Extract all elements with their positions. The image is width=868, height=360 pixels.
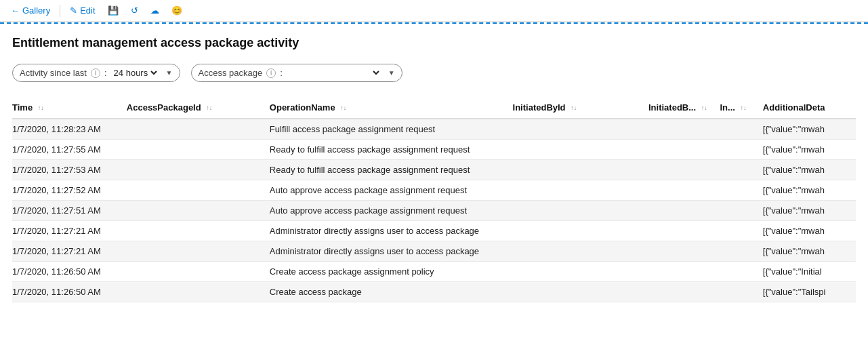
cell-initby (648, 241, 720, 262)
cell-apkgid (127, 262, 270, 282)
emoji-icon: 😊 (171, 5, 182, 16)
col-initby-label: InitiatedB... (648, 102, 696, 113)
col-apkgid-label: AccessPackageId (127, 102, 201, 113)
back-arrow-icon: ← (11, 5, 20, 16)
filters-bar: Activity since last i : 24 hours 1 hour … (12, 64, 856, 82)
cell-initby (648, 221, 720, 241)
activity-filter-label: Activity since last (20, 68, 87, 78)
col-header-opname[interactable]: OperationName ↑↓ (270, 97, 513, 119)
cloud-icon: ☁ (150, 5, 159, 16)
cell-opname: Auto approve access package assignment r… (270, 201, 513, 221)
package-filter-group: Access package i : ▼ (191, 64, 402, 82)
cell-addldata: [{"value":"Initial (763, 262, 856, 282)
col-header-initby[interactable]: InitiatedB... ↑↓ (648, 97, 720, 119)
main-content: Entitlement management access package ac… (0, 24, 868, 311)
package-filter-label: Access package (199, 68, 263, 78)
cell-initby (648, 262, 720, 282)
activity-filter-group: Activity since last i : 24 hours 1 hour … (12, 64, 180, 82)
cell-initbyid (513, 201, 648, 221)
activity-info-icon: i (91, 68, 100, 78)
col-header-apkgid[interactable]: AccessPackageId ↑↓ (127, 97, 270, 119)
package-select[interactable] (287, 67, 381, 79)
cell-in (720, 160, 763, 180)
table-row[interactable]: 1/7/2020, 11:26:50 AMCreate access packa… (12, 282, 856, 302)
cell-addldata: [{"value":"mwah (763, 119, 856, 140)
col-opname-label: OperationName (270, 102, 335, 113)
cell-in (720, 180, 763, 201)
cell-opname: Administrator directly assigns user to a… (270, 221, 513, 241)
cell-initbyid (513, 241, 648, 262)
cell-initby (648, 119, 720, 140)
table-header-row: Time ↑↓ AccessPackageId ↑↓ OperationName… (12, 97, 856, 119)
table-row[interactable]: 1/7/2020, 11:26:50 AMCreate access packa… (12, 262, 856, 282)
table-row[interactable]: 1/7/2020, 11:27:21 AMAdministrator direc… (12, 221, 856, 241)
cell-apkgid (127, 160, 270, 180)
table-row[interactable]: 1/7/2020, 11:27:51 AMAuto approve access… (12, 201, 856, 221)
cell-in (720, 201, 763, 221)
table-row[interactable]: 1/7/2020, 11:27:53 AMReady to fulfill ac… (12, 160, 856, 180)
cell-initby (648, 180, 720, 201)
cell-time: 1/7/2020, 11:27:51 AM (12, 201, 127, 221)
col-header-initbyid[interactable]: InitiatedById ↑↓ (513, 97, 648, 119)
emoji-button[interactable]: 😊 (169, 4, 185, 17)
edit-icon: ✎ (70, 5, 77, 16)
cell-in (720, 262, 763, 282)
cell-opname: Create access package assignment policy (270, 262, 513, 282)
cell-initby (648, 282, 720, 302)
col-in-label: In... (720, 102, 735, 113)
package-colon: : (280, 68, 283, 78)
cell-time: 1/7/2020, 11:28:23 AM (12, 119, 127, 140)
table-row[interactable]: 1/7/2020, 11:27:21 AMAdministrator direc… (12, 241, 856, 262)
col-header-addldata: AdditionalDeta (763, 97, 856, 119)
cell-initby (648, 201, 720, 221)
edit-button[interactable]: ✎ Edit (67, 4, 98, 17)
table-header: Time ↑↓ AccessPackageId ↑↓ OperationName… (12, 97, 856, 119)
cell-addldata: [{"value":"mwah (763, 180, 856, 201)
col-addldata-label: AdditionalDeta (763, 102, 825, 113)
data-table: Time ↑↓ AccessPackageId ↑↓ OperationName… (12, 97, 856, 302)
activity-select[interactable]: 24 hours 1 hour 4 hours 12 hours 7 days … (111, 67, 159, 79)
cell-time: 1/7/2020, 11:27:53 AM (12, 160, 127, 180)
refresh-icon: ↺ (131, 5, 138, 16)
sort-icon-in: ↑↓ (741, 105, 747, 111)
cell-time: 1/7/2020, 11:27:21 AM (12, 241, 127, 262)
cell-opname: Fulfill access package assignment reques… (270, 119, 513, 140)
cell-initbyid (513, 221, 648, 241)
cell-opname: Ready to fulfill access package assignme… (270, 160, 513, 180)
table-row[interactable]: 1/7/2020, 11:28:23 AMFulfill access pack… (12, 119, 856, 140)
package-dropdown-icon: ▼ (388, 69, 395, 77)
toolbar-separator-1 (60, 5, 60, 17)
save-button[interactable]: 💾 (105, 4, 121, 17)
cell-in (720, 221, 763, 241)
table-row[interactable]: 1/7/2020, 11:27:55 AMReady to fulfill ac… (12, 140, 856, 160)
cell-opname: Ready to fulfill access package assignme… (270, 140, 513, 160)
sort-icon-initby: ↑↓ (701, 105, 707, 111)
back-gallery-button[interactable]: ← Gallery (8, 4, 53, 17)
cell-time: 1/7/2020, 11:27:55 AM (12, 140, 127, 160)
cell-time: 1/7/2020, 11:27:21 AM (12, 221, 127, 241)
cell-apkgid (127, 201, 270, 221)
cell-in (720, 119, 763, 140)
cell-addldata: [{"value":"Tailspi (763, 282, 856, 302)
table-row[interactable]: 1/7/2020, 11:27:52 AMAuto approve access… (12, 180, 856, 201)
cell-addldata: [{"value":"mwah (763, 140, 856, 160)
cell-initbyid (513, 282, 648, 302)
col-header-in[interactable]: In... ↑↓ (720, 97, 763, 119)
cell-apkgid (127, 241, 270, 262)
sort-icon-initbyid: ↑↓ (571, 105, 577, 111)
save-icon: 💾 (108, 5, 119, 16)
col-time-label: Time (12, 102, 33, 113)
toolbar-left: ← Gallery ✎ Edit 💾 ↺ ☁ 😊 (8, 4, 185, 17)
col-header-time[interactable]: Time ↑↓ (12, 97, 127, 119)
gallery-label: Gallery (22, 5, 50, 16)
cell-opname: Auto approve access package assignment r… (270, 180, 513, 201)
cloud-button[interactable]: ☁ (148, 4, 162, 17)
cell-opname: Create access package (270, 282, 513, 302)
table-body: 1/7/2020, 11:28:23 AMFulfill access pack… (12, 119, 856, 302)
refresh-button[interactable]: ↺ (128, 4, 141, 17)
sort-icon-time: ↑↓ (38, 105, 44, 111)
cell-addldata: [{"value":"mwah (763, 241, 856, 262)
cell-initbyid (513, 119, 648, 140)
cell-time: 1/7/2020, 11:26:50 AM (12, 282, 127, 302)
col-initbyid-label: InitiatedById (513, 102, 566, 113)
